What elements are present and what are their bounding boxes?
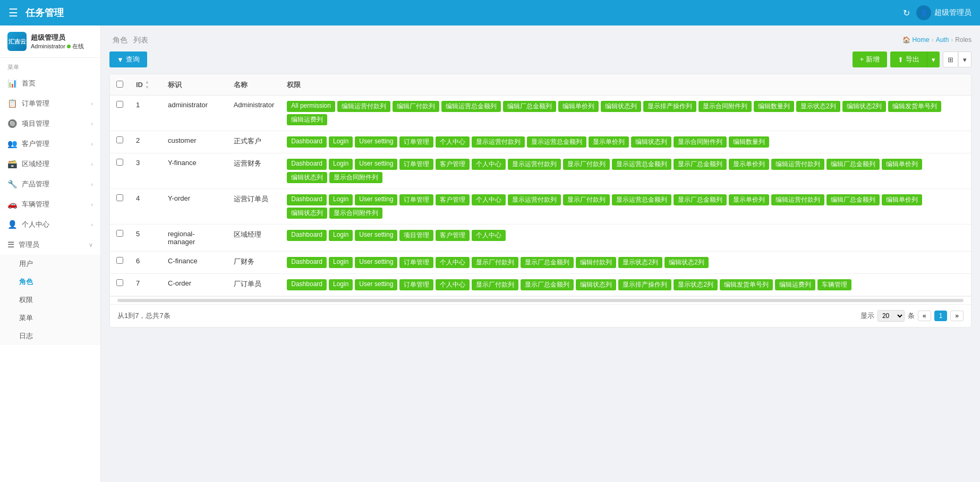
row-name: 运营财务 [227, 153, 281, 189]
column-dropdown-button[interactable]: ▾ [958, 51, 972, 67]
permission-tag: 编辑运营总金额列 [441, 101, 501, 112]
permission-tag: 编辑单价列 [882, 159, 922, 170]
submenu-item-user[interactable]: 用户 [0, 255, 100, 273]
submenu-item-menu[interactable]: 菜单 [0, 309, 100, 327]
hamburger-icon[interactable]: ☰ [8, 6, 18, 19]
row-checkbox[interactable] [116, 101, 123, 108]
row-checkbox-cell [110, 274, 130, 296]
admin-icon: ☰ [7, 240, 14, 249]
sidebar-brand: 汇吉云 超级管理员 Administrator 在线 [0, 25, 100, 58]
sidebar: 汇吉云 超级管理员 Administrator 在线 菜单 📊首页 📋订单管理 … [0, 25, 101, 482]
permission-tag: User setting [355, 230, 397, 241]
row-permissions: DashboardLoginUser setting项目管理客户管理个人中心 [280, 225, 971, 252]
row-identifier: Y-finance [161, 153, 227, 189]
row-identifier: regional-manager [161, 225, 227, 252]
scroll-bar[interactable] [117, 299, 964, 302]
export-icon: ⬆ [898, 56, 904, 64]
page-title: 角色 列表 [109, 34, 148, 45]
query-button[interactable]: ▼ 查询 [109, 51, 147, 67]
refresh-icon[interactable]: ↻ [903, 8, 910, 18]
permission-tag: 编辑运费列 [287, 114, 327, 125]
permission-tag: 订单管理 [399, 159, 433, 170]
per-page-unit: 条 [908, 311, 915, 321]
permission-tag: 显示运营付款列 [508, 159, 561, 170]
sidebar-item-vehicle[interactable]: 🚗车辆管理 › [0, 194, 100, 214]
permission-tag: 显示排产操作列 [618, 279, 671, 290]
permission-tag: 显示合同附件列 [698, 101, 752, 112]
sidebar-item-project[interactable]: 🔘项目管理 › [0, 114, 100, 134]
admin-submenu: 用户 角色 权限 菜单 日志 [0, 255, 100, 345]
export-dropdown-button[interactable]: ▾ [927, 51, 940, 67]
prev-page-btn[interactable]: « [918, 311, 931, 321]
page-1-btn[interactable]: 1 [934, 311, 948, 321]
new-button[interactable]: + 新增 [853, 51, 887, 67]
sidebar-item-order[interactable]: 📋订单管理 › [0, 93, 100, 114]
row-permissions: DashboardLoginUser setting订单管理个人中心显示厂付款列… [280, 274, 971, 296]
row-checkbox[interactable] [116, 257, 123, 264]
sidebar-item-region[interactable]: 🗃️区域经理 › [0, 154, 100, 174]
page-title-area: 角色 列表 [109, 34, 148, 45]
show-label: 显示 [860, 311, 874, 321]
permission-tag: 显示运营总金额列 [612, 159, 671, 170]
column-button[interactable]: ⊞ [943, 51, 958, 67]
permission-tag: 编辑厂总金额列 [826, 159, 880, 170]
submenu-item-permission[interactable]: 权限 [0, 291, 100, 309]
permission-tag: 编辑状态列 [601, 101, 641, 112]
permission-tag: 显示运营付款列 [472, 136, 525, 148]
permission-tag: 编辑付款列 [576, 257, 616, 268]
permission-tag: Login [329, 136, 353, 148]
permission-tag: Login [329, 159, 353, 170]
row-name: 正式客户 [227, 131, 281, 153]
admin-arrow: ∨ [89, 242, 93, 248]
permission-tag: 编辑发货单号列 [720, 279, 773, 290]
permission-tag: 显示厂总金额列 [521, 257, 574, 268]
app-title: 任务管理 [25, 6, 64, 19]
per-page-select[interactable]: 20 50 100 [877, 310, 905, 322]
permission-tag: 车辆管理 [817, 279, 851, 290]
submenu-item-log[interactable]: 日志 [0, 327, 100, 345]
breadcrumb-auth[interactable]: Auth [936, 36, 949, 44]
breadcrumb: 🏠 Home › Auth › Roles [902, 36, 972, 44]
select-all-checkbox[interactable] [116, 81, 123, 88]
breadcrumb-home[interactable]: Home [913, 36, 930, 44]
toolbar: ▼ 查询 + 新增 ⬆ 导出 ▾ ⊞ ▾ [109, 51, 972, 67]
row-checkbox[interactable] [116, 279, 123, 286]
row-checkbox[interactable] [116, 230, 123, 237]
row-checkbox[interactable] [116, 136, 123, 143]
sidebar-item-home[interactable]: 📊首页 [0, 73, 100, 93]
row-checkbox[interactable] [116, 159, 123, 166]
pagination: 显示 20 50 100 条 « 1 » [860, 310, 964, 322]
sidebar-item-personal[interactable]: 👤个人中心 › [0, 214, 100, 235]
sidebar-item-customer[interactable]: 👥客户管理 › [0, 134, 100, 154]
user-info: 👤 超级管理员 [916, 5, 972, 20]
th-name: 名称 [227, 74, 281, 96]
row-name: 厂财务 [227, 252, 281, 274]
row-identifier: customer [161, 131, 227, 153]
submenu-item-role[interactable]: 角色 [0, 273, 100, 291]
permission-tag: User setting [355, 136, 397, 148]
row-permissions: DashboardLoginUser setting订单管理客户管理个人中心显示… [280, 189, 971, 225]
row-permissions: DashboardLoginUser setting订单管理个人中心显示厂付款列… [280, 252, 971, 274]
permission-tag: 显示状态2列 [674, 279, 718, 290]
permission-tag: 编辑状态列 [576, 279, 616, 290]
row-checkbox-cell [110, 225, 130, 252]
row-permissions: DashboardLoginUser setting订单管理客户管理个人中心显示… [280, 153, 971, 189]
export-button[interactable]: ⬆ 导出 [890, 51, 927, 67]
permission-tag: Dashboard [287, 230, 327, 241]
brand-status: Administrator 在线 [31, 42, 84, 50]
permission-tag: 个人中心 [436, 136, 470, 148]
permission-tag: User setting [355, 194, 397, 205]
sidebar-item-admin[interactable]: ☰管理员 ∨ [0, 235, 100, 255]
column-button-group: ⊞ ▾ [943, 51, 972, 67]
row-checkbox[interactable] [116, 194, 123, 201]
permission-tag: Dashboard [287, 194, 327, 205]
sidebar-item-product[interactable]: 🔧产品管理 › [0, 174, 100, 194]
next-page-btn[interactable]: » [950, 311, 964, 321]
permission-tag: 编辑厂总金额列 [503, 101, 556, 112]
product-arrow: › [91, 181, 93, 187]
th-id[interactable]: ID ▲▼ [130, 74, 161, 96]
permission-tag: 个人中心 [436, 279, 470, 290]
breadcrumb-roles: Roles [955, 36, 972, 44]
scroll-bar-container [110, 296, 971, 304]
region-icon: 🗃️ [7, 159, 18, 169]
